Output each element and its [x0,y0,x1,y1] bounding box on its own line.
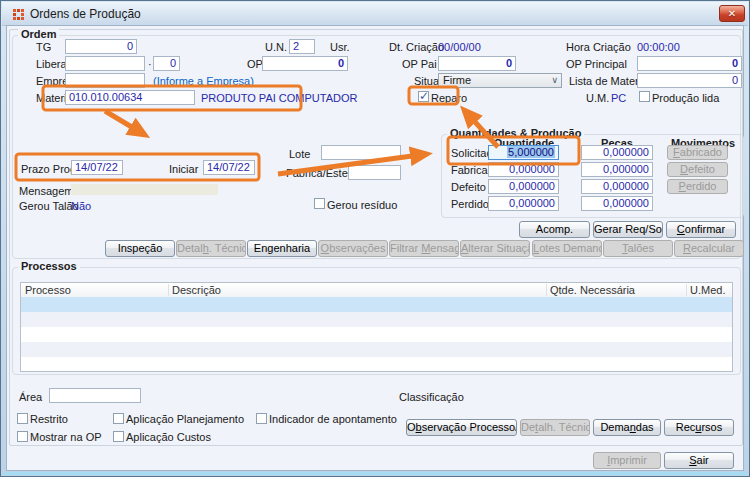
gerou-residuo-checkbox[interactable] [314,198,325,209]
fabricado-quantidade-field[interactable]: 0,000000 [488,162,559,177]
liberacao-num-field[interactable]: 0 [153,56,180,71]
iniciar-label: Iniciar [169,163,198,175]
demandas-button[interactable]: Demandas [593,419,661,436]
mov-fabricado-button[interactable]: Fabricado [667,145,728,160]
perdido-quantidade-field[interactable]: 0,000000 [488,196,559,211]
op-field[interactable]: 0 [262,56,348,71]
table-row[interactable] [21,312,732,327]
restrito-label: Restrito [30,413,68,425]
tg-field[interactable]: 0 [65,39,137,54]
hora-criacao-label: Hora Criação [566,41,631,53]
situacao-select[interactable]: Firme ∨ [438,73,562,88]
alterar-situacao-button[interactable]: Alterar Situação [460,240,530,257]
op-label: OP [247,58,263,70]
table-row[interactable] [21,327,732,342]
recalcular-button[interactable]: Recalcular [674,240,744,257]
inspecao-button[interactable]: Inspeção [105,240,175,257]
indicador-apontamento-checkbox[interactable] [256,413,267,424]
classificacao-label: Classificação [399,391,464,403]
mostrar-na-op-label: Mostrar na OP [30,431,102,443]
iniciar-field[interactable]: 14/07/22 [203,160,255,175]
solicitado-quantidade-field[interactable]: 5,000000 [488,145,559,160]
un-label: U.N. [265,41,287,53]
engenharia-button[interactable]: Engenharia [247,240,317,257]
perdido-pecas-field[interactable]: 0,000000 [581,196,653,211]
gerar-req-sol-button[interactable]: Gerar Req/Sol [593,221,663,238]
window-bottom-glow [3,472,747,475]
window-title: Ordens de Produção [30,7,141,21]
solicitado-pecas-field[interactable]: 0,000000 [581,145,653,160]
liberacao-field[interactable] [65,56,145,71]
producao-lida-checkbox[interactable] [639,91,650,102]
usr-label: Usr. [330,41,350,53]
aplicacao-custos-checkbox[interactable] [113,431,124,442]
lote-field[interactable] [321,145,401,160]
indicador-apontamento-label: Indicador de apontamento [269,413,397,425]
gerou-talao-label: Gerou Talão [19,200,79,212]
taloes-button[interactable]: Talões [603,240,673,257]
op-principal-field[interactable]: 0 [637,56,742,71]
tg-label: TG [36,41,51,53]
perdido-label: Perdido [451,198,489,210]
col-umed[interactable]: U.Med. [690,284,725,296]
lotes-demandas-button[interactable]: Lotes Demandas [532,240,602,257]
lote-label: Lote [289,148,310,160]
fabricado-pecas-field[interactable]: 0,000000 [581,162,653,177]
reparo-label: Reparo [431,92,467,104]
material-field[interactable]: 010.010.00634 [65,90,195,105]
mostrar-na-op-checkbox[interactable] [17,431,28,442]
mov-defeito-button[interactable]: Defeito [667,162,728,177]
table-row[interactable] [21,357,732,372]
producao-lida-label: Produção lida [652,92,719,104]
defeito-quantidade-field[interactable]: 0,000000 [488,179,559,194]
empresa-field[interactable] [65,73,145,88]
confirmar-button[interactable]: Confirmar [666,221,736,238]
defeito-pecas-field[interactable]: 0,000000 [581,179,653,194]
mov-perdido-button[interactable]: Perdido [667,179,728,194]
col-processo[interactable]: Processo [25,284,71,296]
filtrar-mensagens-button[interactable]: Filtrar Mensagens [389,240,459,257]
close-icon: ✕ [728,8,736,19]
recursos-button[interactable]: Recursos [664,419,734,436]
dt-criacao-label: Dt. Criação [389,41,444,53]
group-ordem-label: Ordem [18,28,59,40]
table-row[interactable] [21,342,732,357]
imprimir-button[interactable]: Imprimir [593,452,661,469]
detalh-tecnico-processo-button[interactable]: Detalh. Técnico [520,419,590,436]
table-row[interactable] [21,297,732,312]
un-field[interactable]: 2 [289,39,315,54]
gerou-talao-value: Não [71,200,91,212]
app-icon [13,9,16,12]
close-button[interactable]: ✕ [719,5,745,22]
situacao-value: Firme [443,74,471,86]
acomp-button[interactable]: Acomp. [519,221,590,238]
processos-table[interactable]: Processo Descrição Qtde. Necessária U.Me… [20,282,733,372]
material-descricao: PRODUTO PAI COMPUTADOR [201,92,357,104]
liberacao-separator: · [148,58,152,70]
prazo-field[interactable]: 14/07/22 [71,160,123,175]
title-bar[interactable]: Ordens de Produção [2,2,748,26]
gerou-residuo-label: Gerou resíduo [327,199,397,211]
area-label: Área [19,391,42,403]
hora-criacao-value: 00:00:00 [637,41,680,53]
col-qtde-necessaria[interactable]: Qtde. Necessária [550,284,635,296]
restrito-checkbox[interactable] [17,413,28,424]
empresa-hint-link[interactable]: (Informe a Empresa) [153,75,254,87]
lista-materiais-field[interactable]: 0 [637,73,742,88]
observacao-processo-op-button[interactable]: Observação Processo/OP [406,419,517,436]
op-principal-label: OP Principal [566,58,627,70]
col-descricao[interactable]: Descrição [172,284,221,296]
aplicacao-planejamento-checkbox[interactable] [113,413,124,424]
area-field[interactable] [49,388,141,403]
mensagem-label: Mensagem [19,185,73,197]
detalh-tecnico-button[interactable]: Detalh. Técnico [176,240,246,257]
reparo-checkbox[interactable] [418,91,429,102]
aplicacao-planejamento-label: Aplicação Planejamento [126,413,244,425]
solicitado-quantidade-value: 5,000000 [507,146,555,158]
sair-button[interactable]: Sair [664,452,734,469]
observacoes-button[interactable]: Observações [318,240,388,257]
fabrica-esteira-field[interactable] [348,165,401,180]
defeito-label: Defeito [451,181,486,193]
processos-table-header: Processo Descrição Qtde. Necessária U.Me… [21,283,732,298]
op-pai-field[interactable]: 0 [438,56,516,71]
